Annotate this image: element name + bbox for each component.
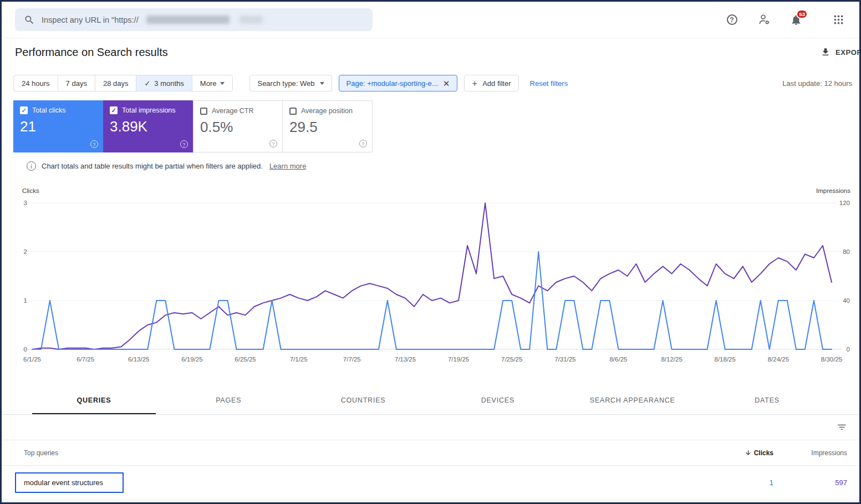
reset-filters-link[interactable]: Reset filters	[530, 79, 568, 88]
last-update-text: Last update: 12 hours	[782, 79, 852, 88]
help-icon: ?	[727, 14, 737, 25]
date-range-label: 28 days	[103, 79, 129, 88]
left-axis-tick: 2	[24, 248, 27, 255]
page-title: Performance on Search results	[15, 46, 168, 59]
x-axis-tick: 8/6/25	[609, 356, 627, 363]
help-icon[interactable]: ?	[90, 140, 98, 148]
date-range-group: 24 hours 7 days 28 days ✓3 months More	[13, 75, 233, 91]
sort-arrow-down-icon	[745, 449, 752, 456]
url-inspect-search-input[interactable]: Inspect any URL in "https://	[15, 8, 373, 31]
chevron-down-icon	[220, 82, 225, 85]
right-axis-tick: 120	[839, 200, 850, 206]
date-range-more[interactable]: More	[192, 75, 233, 91]
date-range-label: 3 months	[154, 79, 184, 88]
clicks-header-label: Clicks	[754, 449, 773, 457]
apps-grid-button[interactable]	[831, 12, 846, 28]
metric-label: Average position	[301, 107, 353, 115]
top-queries-header: Top queries	[24, 449, 58, 457]
average-ctr-card[interactable]: Average CTR 0.5% ?	[193, 100, 283, 152]
query-clicks-value: 1	[707, 478, 773, 487]
page-filter-chip[interactable]: Page: +modular-sporting-e... ✕	[339, 75, 458, 91]
chart-canvas: 0014028031206/1/256/7/256/13/256/19/256/…	[2, 179, 859, 371]
metric-value: 3.89K	[110, 118, 186, 135]
date-range-7-days[interactable]: 7 days	[58, 75, 95, 91]
date-range-3-months[interactable]: ✓3 months	[136, 75, 192, 91]
tab-countries[interactable]: COUNTRIES	[296, 386, 431, 414]
checkbox-checked-icon[interactable]: ✓	[20, 106, 28, 114]
metric-value: 29.5	[289, 119, 365, 136]
search-type-filter-chip[interactable]: Search type: Web	[249, 75, 332, 91]
x-axis-tick: 8/18/25	[715, 356, 736, 363]
help-icon[interactable]: ?	[180, 140, 188, 148]
help-icon[interactable]: ?	[359, 140, 367, 147]
clicks-column-header[interactable]: Clicks	[707, 449, 773, 457]
metric-value: 21	[20, 118, 96, 135]
tab-queries[interactable]: QUERIES	[27, 386, 161, 414]
page-filter-label: Page: +modular-sporting-e...	[347, 79, 438, 88]
tab-pages[interactable]: PAGES	[161, 386, 296, 414]
queries-table-header: Top queries Clicks Impressions	[2, 440, 859, 466]
metric-label: Total impressions	[122, 106, 176, 114]
filter-list-icon[interactable]	[837, 422, 847, 432]
learn-more-link[interactable]: Learn more	[269, 162, 306, 170]
x-axis-tick: 6/7/25	[77, 356, 94, 363]
checkmark-icon: ✓	[144, 79, 150, 88]
date-range-28-days[interactable]: 28 days	[95, 75, 137, 91]
table-filter-row	[2, 415, 859, 440]
query-highlight-box[interactable]: modular event structures	[15, 472, 124, 493]
notification-badge: 53	[796, 9, 808, 19]
tab-devices[interactable]: DEVICES	[430, 386, 565, 414]
manage-accounts-button[interactable]	[756, 12, 772, 28]
table-row: modular event structures 1 597	[2, 466, 859, 500]
topbar-icons: ? 53	[724, 12, 846, 28]
query-impressions-value: 597	[773, 478, 847, 487]
tab-dates[interactable]: DATES	[700, 386, 834, 414]
x-axis-tick: 6/25/25	[235, 356, 256, 363]
checkbox-checked-icon[interactable]: ✓	[110, 106, 118, 114]
add-filter-label: Add filter	[482, 79, 511, 88]
info-icon: i	[27, 161, 36, 171]
total-clicks-card[interactable]: ✓ Total clicks 21 ?	[13, 100, 103, 152]
x-axis-tick: 8/12/25	[661, 356, 682, 363]
x-axis-tick: 7/1/25	[290, 356, 308, 363]
help-icon[interactable]: ?	[269, 140, 277, 147]
plus-icon: +	[472, 79, 477, 88]
left-axis-tick: 3	[24, 200, 27, 206]
x-axis-tick: 7/13/25	[395, 356, 416, 363]
search-icon	[24, 14, 35, 26]
help-button[interactable]: ?	[724, 12, 740, 28]
user-settings-icon	[758, 13, 771, 26]
search-console-window: Inspect any URL in "https:// ? 53	[0, 0, 861, 504]
export-label: EXPORT	[835, 48, 861, 57]
total-impressions-card[interactable]: ✓ Total impressions 3.89K ?	[103, 100, 193, 152]
x-axis-tick: 8/30/25	[821, 356, 842, 363]
right-axis-tick: 40	[843, 297, 850, 304]
add-filter-button[interactable]: + Add filter	[464, 75, 518, 91]
x-axis-tick: 7/31/25	[554, 356, 575, 363]
apps-grid-icon	[833, 14, 844, 26]
metric-label: Average CTR	[212, 107, 254, 115]
left-axis-tick: 0	[24, 346, 27, 353]
date-range-label: More	[200, 79, 217, 88]
partial-data-notice: i Chart totals and table results might b…	[27, 161, 859, 171]
filter-row: 24 hours 7 days 28 days ✓3 months More S…	[2, 66, 859, 91]
impressions-column-header[interactable]: Impressions	[773, 449, 847, 457]
search-placeholder: Inspect any URL in "https://	[42, 16, 139, 24]
x-axis-tick: 8/24/25	[768, 356, 789, 363]
checkbox-unchecked-icon[interactable]	[289, 108, 297, 115]
redacted-domain-2	[240, 16, 263, 24]
left-axis-tick: 1	[24, 297, 27, 304]
checkbox-unchecked-icon[interactable]	[200, 108, 207, 115]
metric-label: Total clicks	[32, 106, 65, 114]
average-position-card[interactable]: Average position 29.5 ?	[283, 100, 373, 152]
export-button[interactable]: EXPORT	[821, 47, 861, 57]
date-range-24-hours[interactable]: 24 hours	[13, 75, 58, 91]
close-icon[interactable]: ✕	[443, 79, 450, 88]
performance-chart: Clicks Impressions 0014028031206/1/256/7…	[2, 179, 859, 371]
notifications-button[interactable]: 53	[788, 12, 804, 28]
date-range-label: 24 hours	[22, 79, 50, 88]
dimension-tabs: QUERIES PAGES COUNTRIES DEVICES SEARCH A…	[2, 386, 859, 415]
download-icon	[821, 47, 831, 57]
tab-search-appearance[interactable]: SEARCH APPEARANCE	[565, 386, 700, 414]
x-axis-tick: 6/19/25	[181, 356, 202, 363]
